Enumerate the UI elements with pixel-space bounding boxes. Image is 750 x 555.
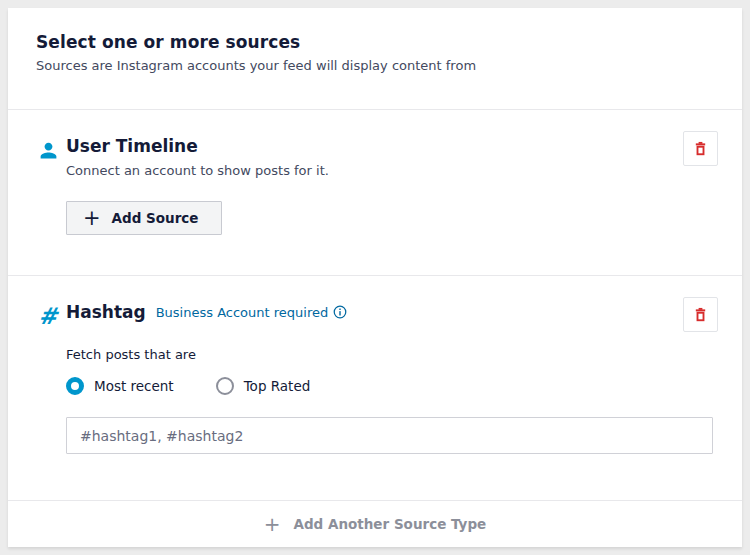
plus-icon: +: [83, 210, 101, 226]
radio-unselected-icon: [216, 377, 234, 395]
trash-icon: [693, 141, 708, 156]
hashtag-input[interactable]: [66, 417, 713, 454]
select-sources-panel: Select one or more sources Sources are I…: [8, 8, 742, 547]
hashtag-icon: #: [37, 305, 59, 327]
plus-icon: +: [264, 517, 281, 531]
delete-user-timeline-button[interactable]: [683, 131, 718, 166]
user-timeline-title: User Timeline: [66, 136, 198, 156]
source-hashtag: # Hashtag Business Account required Fetc…: [8, 276, 742, 501]
user-timeline-title-row: User Timeline: [66, 136, 713, 156]
add-source-label: Add Source: [112, 210, 199, 226]
radio-top-rated[interactable]: Top Rated: [216, 377, 311, 395]
hashtag-title: Hashtag: [66, 302, 146, 322]
business-account-required-label: Business Account required: [156, 305, 329, 320]
info-icon[interactable]: [333, 305, 347, 319]
delete-hashtag-button[interactable]: [683, 297, 718, 332]
radio-most-recent-label: Most recent: [94, 378, 174, 394]
business-account-required-link[interactable]: Business Account required: [156, 305, 348, 320]
page-title: Select one or more sources: [36, 32, 714, 52]
user-icon: [37, 139, 59, 161]
page-subtitle: Sources are Instagram accounts your feed…: [36, 58, 714, 73]
panel-footer: + Add Another Source Type: [8, 501, 742, 547]
add-source-button[interactable]: + Add Source: [66, 201, 222, 235]
fetch-type-radio-group: Most recent Top Rated: [66, 377, 713, 395]
radio-most-recent[interactable]: Most recent: [66, 377, 174, 395]
trash-icon: [693, 307, 708, 322]
source-user-timeline: User Timeline Connect an account to show…: [8, 110, 742, 276]
hashtag-title-row: Hashtag Business Account required: [66, 302, 713, 322]
add-another-source-type-button[interactable]: + Add Another Source Type: [264, 516, 487, 532]
radio-top-rated-label: Top Rated: [244, 378, 311, 394]
add-another-source-type-label: Add Another Source Type: [294, 516, 487, 532]
panel-header: Select one or more sources Sources are I…: [8, 8, 742, 110]
radio-selected-icon: [66, 377, 84, 395]
fetch-posts-label: Fetch posts that are: [66, 347, 713, 362]
user-timeline-description: Connect an account to show posts for it.: [66, 163, 713, 178]
